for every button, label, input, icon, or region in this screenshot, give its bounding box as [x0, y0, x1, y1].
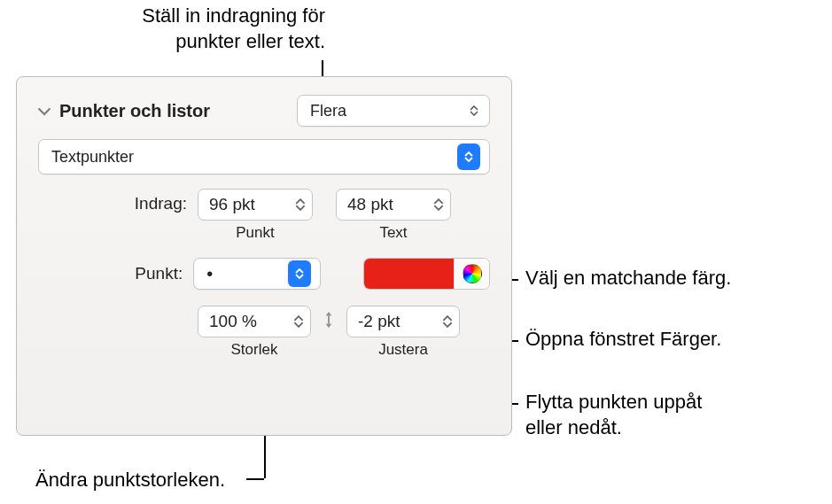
bullet-glyph-popup[interactable]: • — [193, 258, 321, 290]
size-value: 100 % — [209, 312, 257, 331]
align-stepper[interactable]: -2 pkt — [346, 306, 460, 337]
stepper-arrows-icon[interactable] — [439, 315, 455, 328]
callout-change-size: Ändra punktstorleken. — [35, 468, 225, 493]
text-indent-sublabel: Text — [379, 224, 407, 242]
section-title: Punkter och listor — [59, 101, 210, 121]
text-indent-value: 48 pkt — [347, 195, 393, 214]
updown-icon — [468, 101, 480, 120]
color-wheel-icon — [463, 264, 482, 283]
bullet-color-control — [363, 258, 490, 290]
color-swatch[interactable] — [364, 259, 454, 289]
callout-open-colors: Öppna fönstret Färger. — [525, 327, 721, 353]
svg-rect-0 — [328, 316, 330, 324]
callout-indent: Ställ in indragning för punkter eller te… — [84, 4, 325, 54]
bullet-label: Punkt: — [100, 264, 193, 283]
size-sublabel: Storlek — [231, 341, 278, 359]
chevron-down-icon[interactable] — [38, 105, 51, 117]
align-value: -2 pkt — [358, 312, 400, 331]
updown-icon — [288, 260, 311, 287]
leader-line — [246, 478, 264, 480]
bullet-indent-sublabel: Punkt — [236, 224, 274, 242]
link-icon — [320, 311, 338, 329]
list-style-popup[interactable]: Flera — [297, 95, 490, 127]
list-style-value: Flera — [310, 102, 346, 120]
bullet-glyph-value: • — [206, 265, 213, 283]
align-sublabel: Justera — [378, 341, 428, 359]
size-stepper[interactable]: 100 % — [198, 306, 311, 337]
stepper-arrows-icon[interactable] — [431, 198, 447, 211]
callout-match-color: Välj en matchande färg. — [525, 266, 731, 291]
bullet-type-popup[interactable]: Textpunkter — [38, 139, 490, 174]
updown-icon — [457, 143, 480, 170]
stepper-arrows-icon[interactable] — [291, 315, 307, 328]
color-wheel-button[interactable] — [454, 259, 489, 289]
bullet-type-value: Textpunkter — [51, 148, 134, 167]
indent-label: Indrag: — [100, 189, 198, 213]
stepper-arrows-icon[interactable] — [292, 198, 308, 211]
bullets-lists-panel: Punkter och listor Flera Textpunkter Ind… — [16, 76, 512, 436]
bullet-indent-stepper[interactable]: 96 pkt — [198, 189, 313, 221]
callout-move-bullet: Flytta punkten uppåt eller nedåt. — [525, 390, 702, 440]
bullet-indent-value: 96 pkt — [209, 195, 255, 214]
text-indent-stepper[interactable]: 48 pkt — [336, 189, 451, 221]
